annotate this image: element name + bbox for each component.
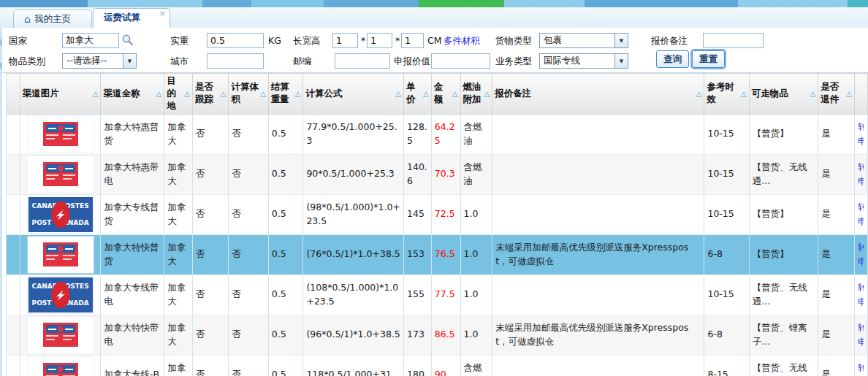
cell-name: 加拿大专线-B: [101, 355, 164, 376]
column-header-dest[interactable]: 目的地△: [164, 74, 193, 115]
business-type-select[interactable]: 国际专线 ▼: [539, 53, 628, 69]
cell-remark: [492, 355, 704, 376]
cell-formula: (108*0.5/1.000)*1.0+23.5: [303, 275, 404, 315]
cell-price: 128.5: [404, 114, 432, 154]
weight-input[interactable]: [207, 33, 264, 48]
query-button[interactable]: 查询: [656, 50, 689, 68]
table-row[interactable]: 加拿大特惠带电加拿大否否0.590*0.5/1.000+25.3140.670.…: [7, 154, 868, 194]
table-row[interactable]: CANADAPOSTESPOSTCANADA加拿大专线普货加拿大否否0.5(98…: [7, 194, 868, 234]
cell-vol: 否: [229, 275, 268, 315]
clipped-action-links[interactable]: 转申: [858, 321, 864, 350]
column-header-time[interactable]: 参考时效△: [704, 74, 749, 115]
sort-icon[interactable]: △: [92, 90, 99, 98]
column-header-amount[interactable]: 金额△: [431, 74, 460, 115]
chevron-down-icon[interactable]: ▼: [614, 54, 628, 68]
dims-label: 长宽高: [293, 35, 321, 47]
table-row[interactable]: CANADAPOSTESPOSTCANADA加拿大专线带电加拿大否否0.5(10…: [7, 275, 868, 315]
postcode-label: 邮编: [293, 55, 311, 68]
column-header-formula[interactable]: 计算公式△: [303, 74, 404, 115]
column-header-track[interactable]: 是否跟踪△: [192, 74, 229, 115]
column-label: 可走物品: [752, 88, 788, 100]
tab-my-homepage[interactable]: ⌂ 我的主页: [13, 9, 92, 28]
table-row[interactable]: 加拿大特惠普货加拿大否否0.577.9*0.5/1.000+25.3128.56…: [7, 114, 868, 154]
sort-icon[interactable]: △: [294, 90, 301, 98]
city-input[interactable]: [207, 53, 264, 69]
postcode-input[interactable]: [335, 53, 390, 69]
column-header-goods[interactable]: 可走物品△: [749, 74, 818, 115]
sort-icon[interactable]: △: [395, 90, 401, 98]
column-header-name[interactable]: 渠道全称△: [101, 74, 164, 115]
sort-icon[interactable]: △: [740, 90, 747, 98]
column-header-fuel[interactable]: 燃油附加△: [460, 74, 492, 115]
sort-icon[interactable]: △: [483, 90, 490, 98]
declared-value-input[interactable]: [431, 53, 490, 69]
sort-icon[interactable]: △: [696, 90, 702, 98]
weight-unit: KG: [268, 35, 281, 46]
channel-image-frame: [27, 356, 94, 376]
sort-icon[interactable]: △: [183, 90, 190, 98]
tab-freight-calc[interactable]: 运费试算 ×: [93, 8, 170, 28]
amount-value: 70.3: [435, 168, 455, 179]
channel-image-frame: [27, 115, 94, 153]
column-header-vol[interactable]: 计算体积△: [229, 74, 268, 115]
sort-icon[interactable]: △: [810, 90, 816, 98]
column-label: 计算公式: [305, 88, 342, 100]
close-icon[interactable]: ×: [159, 9, 166, 18]
search-icon[interactable]: [121, 34, 134, 48]
column-header-remark[interactable]: 报价备注△: [492, 74, 704, 115]
collapsed-panel-strip[interactable]: [0, 28, 2, 376]
cell-time: 8-15: [704, 355, 749, 376]
dim-height-input[interactable]: [401, 33, 424, 48]
column-header-weight[interactable]: 结算重量△: [268, 74, 303, 115]
clipped-action-links[interactable]: 转申: [858, 160, 864, 189]
business-type-label: 业务类型: [495, 55, 532, 68]
cell-ret: 是: [818, 315, 855, 355]
quote-remark-input[interactable]: [703, 33, 764, 48]
column-label: 是否跟踪: [195, 81, 220, 106]
clipped-menu-segment: [251, 0, 324, 7]
clipped-action-links[interactable]: 转申: [858, 200, 864, 229]
sort-icon[interactable]: △: [452, 90, 458, 98]
item-category-select[interactable]: --请选择-- ▼: [62, 53, 137, 69]
column-header-price[interactable]: 单价△: [404, 74, 432, 115]
reset-button[interactable]: 重置: [692, 50, 725, 68]
multi-piece-volume-link[interactable]: 多件材积: [443, 35, 480, 47]
cell-formula: (96*0.5/1)*1.0+38.5: [303, 315, 404, 355]
sort-icon[interactable]: △: [155, 90, 161, 98]
sort-icon[interactable]: △: [422, 90, 429, 98]
clipped-menu-segment: [324, 0, 419, 7]
clipped-action-links[interactable]: 转申: [858, 361, 864, 376]
cell-track: 否: [192, 355, 229, 376]
column-label: 燃油附加: [463, 81, 484, 106]
sort-icon[interactable]: △: [259, 90, 266, 98]
clipped-action-links[interactable]: 转申: [858, 120, 864, 149]
table-row[interactable]: 加拿大特快普货加拿大否否0.5(76*0.5/1)*1.0+38.515376.…: [7, 234, 868, 275]
cargo-type-value: 包裹: [540, 34, 614, 47]
sort-icon[interactable]: △: [845, 90, 852, 98]
cell-sel: [7, 154, 20, 194]
table-row[interactable]: 加拿大特快带电加拿大否否0.5(96*0.5/1)*1.0+38.517386.…: [7, 315, 868, 355]
dim-length-input[interactable]: [332, 33, 358, 48]
dims-sep2: *: [395, 35, 400, 46]
column-header-img[interactable]: 渠道图片△: [20, 74, 101, 115]
clipped-action-links[interactable]: 转申: [858, 280, 864, 310]
cell-weight: 0.5: [268, 194, 303, 234]
canada-post-blue-logo: CANADAPOSTESPOSTCANADA: [28, 277, 93, 312]
country-input[interactable]: [62, 33, 119, 48]
sort-icon[interactable]: △: [220, 90, 226, 98]
clipped-menu-segment: [848, 0, 868, 7]
cell-dest: 加拿大: [164, 114, 193, 154]
cell-fuel: 1.0: [460, 275, 492, 315]
dim-width-input[interactable]: [367, 33, 392, 48]
table-row[interactable]: 加拿大专线-B加拿大否否0.5118*0.5/1.000+3118090含燃油8…: [7, 355, 868, 376]
clipped-action-links[interactable]: 转申: [858, 240, 864, 269]
cargo-type-select[interactable]: 包裹 ▼: [539, 33, 628, 48]
cell-sel: [7, 275, 20, 315]
column-label: 结算重量: [271, 81, 294, 106]
column-header-ret[interactable]: 是否退件△: [818, 74, 855, 115]
clipped-menu-segment: [585, 0, 738, 7]
chevron-down-icon[interactable]: ▼: [614, 34, 628, 47]
cell-dest: 加拿大: [164, 234, 193, 275]
item-category-value: --请选择--: [63, 55, 123, 67]
chevron-down-icon[interactable]: ▼: [123, 54, 136, 68]
